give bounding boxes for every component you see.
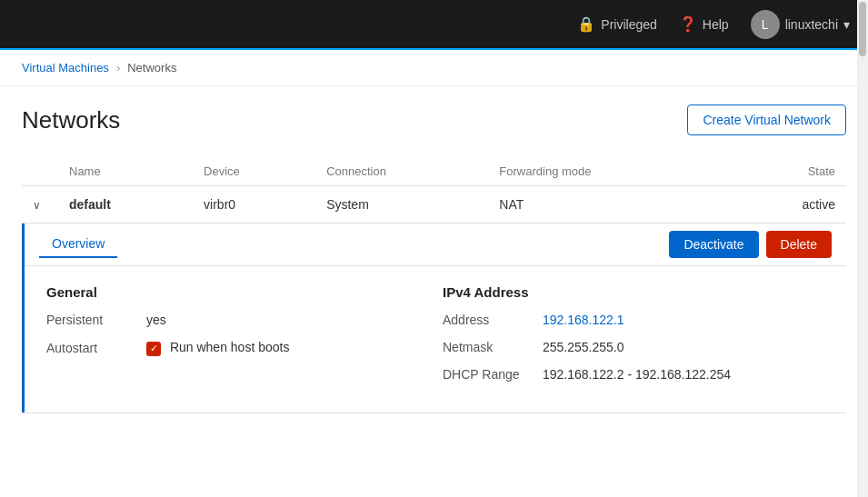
address-row: Address 192.168.122.1 — [443, 313, 824, 327]
avatar: L — [751, 10, 780, 39]
breadcrumb-parent[interactable]: Virtual Machines — [22, 61, 109, 75]
persistent-label: Persistent — [46, 313, 146, 327]
th-forwarding-mode: Forwarding mode — [488, 157, 729, 186]
ipv4-title: IPv4 Address — [443, 284, 824, 300]
top-navigation: 🔒 Privileged ❓ Help L linuxtechi ▾ — [0, 0, 868, 50]
table-header: Name Device Connection Forwarding mode S… — [22, 157, 846, 186]
breadcrumb: Virtual Machines › Networks — [0, 50, 868, 86]
network-detail-row: Overview Deactivate Delete General — [22, 224, 846, 413]
tab-actions: Deactivate Delete — [669, 231, 832, 258]
th-device: Device — [193, 157, 315, 186]
lock-icon: 🔒 — [577, 15, 595, 33]
persistent-row: Persistent yes — [46, 313, 428, 327]
breadcrumb-separator: › — [116, 61, 120, 75]
dhcp-value: 192.168.122.2 - 192.168.122.254 — [543, 367, 731, 382]
address-value: 192.168.122.1 — [543, 313, 624, 327]
expand-panel: Overview Deactivate Delete General — [22, 224, 846, 413]
expand-toggle[interactable]: ∨ — [22, 186, 58, 224]
dhcp-row: DHCP Range 192.168.122.2 - 192.168.122.2… — [443, 367, 824, 382]
privileged-menu[interactable]: 🔒 Privileged — [577, 15, 656, 33]
help-label: Help — [703, 17, 729, 32]
th-name: Name — [58, 157, 193, 186]
general-section: General Persistent yes Autostart ✓ R — [46, 284, 428, 394]
dhcp-label: DHCP Range — [443, 367, 543, 382]
tab-list: Overview — [39, 231, 117, 258]
user-label: linuxtechi — [785, 17, 838, 32]
networks-table: Name Device Connection Forwarding mode S… — [22, 157, 846, 413]
delete-button[interactable]: Delete — [766, 231, 832, 258]
autostart-label: Autostart — [46, 341, 146, 355]
privileged-label: Privileged — [601, 17, 656, 32]
network-connection: System — [315, 186, 488, 224]
ipv4-section: IPv4 Address Address 192.168.122.1 Netma… — [443, 284, 824, 394]
tabs-bar: Overview Deactivate Delete — [25, 224, 846, 266]
create-virtual-network-button[interactable]: Create Virtual Network — [687, 104, 846, 135]
autostart-row: Autostart ✓ Run when host boots — [46, 340, 428, 356]
th-state: State — [730, 157, 846, 186]
th-expand — [22, 157, 58, 186]
network-device: virbr0 — [193, 186, 315, 224]
autostart-checkbox-icon: ✓ — [146, 342, 161, 356]
user-menu[interactable]: L linuxtechi ▾ — [751, 10, 850, 39]
address-label: Address — [443, 313, 543, 327]
page-title: Networks — [22, 106, 120, 134]
netmask-row: Netmask 255.255.255.0 — [443, 340, 824, 354]
general-title: General — [46, 284, 428, 300]
table-body: ∨ default virbr0 System NAT active Overv… — [22, 186, 846, 413]
page-header: Networks Create Virtual Network — [22, 104, 846, 135]
network-name: default — [58, 186, 193, 224]
table-row[interactable]: ∨ default virbr0 System NAT active — [22, 186, 846, 224]
help-menu[interactable]: ❓ Help — [679, 15, 729, 33]
th-connection: Connection — [315, 157, 488, 186]
network-state: active — [730, 186, 846, 224]
breadcrumb-current: Networks — [127, 61, 176, 75]
persistent-value: yes — [146, 313, 166, 327]
chevron-down-icon: ∨ — [33, 199, 41, 212]
autostart-value: ✓ Run when host boots — [146, 340, 289, 356]
tab-overview[interactable]: Overview — [39, 231, 117, 258]
main-content: Networks Create Virtual Network Name Dev… — [0, 86, 868, 432]
netmask-value: 255.255.255.0 — [543, 340, 624, 354]
autostart-text: Run when host boots — [170, 340, 290, 354]
help-icon: ❓ — [679, 15, 697, 33]
netmask-label: Netmask — [443, 340, 543, 354]
network-forwarding-mode: NAT — [488, 186, 729, 224]
scroll-thumb[interactable] — [859, 2, 866, 56]
user-initial: L — [762, 17, 769, 32]
deactivate-button[interactable]: Deactivate — [669, 231, 758, 258]
overview-panel: General Persistent yes Autostart ✓ R — [25, 266, 846, 413]
scrollbar[interactable] — [857, 0, 868, 432]
network-detail-cell: Overview Deactivate Delete General — [22, 224, 846, 413]
chevron-down-icon: ▾ — [843, 17, 850, 32]
